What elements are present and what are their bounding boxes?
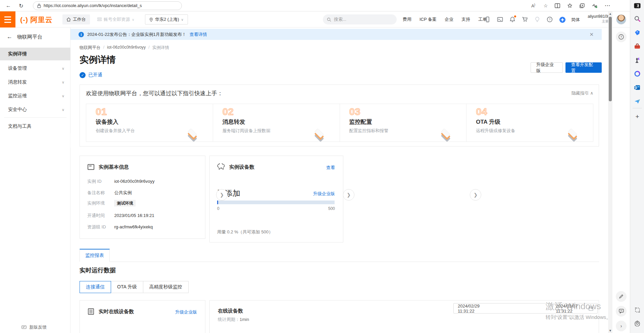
expand-float-button[interactable]: › [616,321,627,331]
lightbulb-icon[interactable] [534,16,540,22]
collections-icon[interactable] [580,3,586,8]
guide-card-message-forwarding[interactable]: 02 消息转发 服务端订阅设备上报数据 [213,104,340,142]
guide-card-ota-upgrade[interactable]: 04 OTA 升级 远程升级或修复设备 [466,104,593,142]
sidebar-item-message-forwarding[interactable]: 消息转发 ∨ [0,76,70,89]
announcement-banner: i 2024-01-22发布公告：企业版实例1月新功能发布！ 查看详情 ✕ [70,29,602,40]
sidebar-search-icon[interactable] [633,15,641,23]
console-search-input[interactable]: 搜索... [323,14,397,24]
main-content: i 2024-01-22发布公告：企业版实例1月新功能发布！ 查看详情 ✕ 物联… [70,27,602,333]
sidebar-back[interactable]: ← 物联网平台 [7,34,42,40]
sidebar-toggle-icon[interactable] [633,2,641,10]
isometric-boxes-icon [566,129,580,141]
upgrade-enterprise-link[interactable]: 升级企业版 [313,191,335,197]
instance-basic-info-card: 实例基本信息 实例 ID iot-06z00c0h9r6voyy 备注名称 公共… [80,156,205,239]
hide-guide-link[interactable]: 隐藏指引 ∧ [572,90,593,96]
resources-icon [97,17,102,21]
topbar-link-icp[interactable]: ICP 备案 [419,16,437,22]
hamburger-menu-button[interactable] [0,11,15,27]
topbar-link-enterprise[interactable]: 企业 [445,16,453,22]
split-screen-icon[interactable] [555,3,561,8]
tab-ota-upgrade[interactable]: OTA 升级 [111,281,143,293]
usage-text: 用量 0.2 %（共可添加 500） [217,229,273,235]
scroll-up-arrow[interactable]: ▲ [608,11,612,16]
avatar[interactable] [616,14,626,24]
aliyun-logo[interactable]: (-) 阿里云 [20,15,53,24]
topbar-link-billing[interactable]: 费用 [403,16,411,22]
favorite-star-icon[interactable]: ☆ [542,3,549,8]
guide-step-number: 02 [222,107,340,117]
guide-next-arrow[interactable]: ❯ [470,189,481,201]
location-pin-icon [149,17,153,22]
back-icon[interactable]: ← [4,1,13,10]
snip-icon[interactable] [633,306,641,314]
aliyun-app-icon[interactable] [559,16,565,22]
sidebar-item-device-management[interactable]: 设备管理 ∨ [0,62,70,75]
notification-dot [514,15,516,17]
add-icon[interactable]: + [633,113,641,121]
scrollbar-thumb[interactable] [609,17,612,101]
drop-app-icon[interactable] [633,97,641,105]
breadcrumb-platform[interactable]: 物联网平台 [80,45,101,51]
refresh-icon[interactable]: ↻ [17,1,26,10]
info-row: 开通时间 2023/01/05 16:19:21 [87,212,154,219]
sidebar-item-instance-detail[interactable]: 实例详情 [0,48,70,60]
banner-close-icon[interactable]: ✕ [589,32,594,38]
cart-icon[interactable] [522,16,528,22]
guide-card-title: 消息转发 [222,118,340,126]
browser-essentials-icon[interactable] [592,3,599,8]
view-dev-config-button[interactable]: 查看开发配置 [565,62,602,73]
outlook-icon[interactable] [633,84,641,92]
help-float-button[interactable]: ? [616,32,627,42]
sidebar-product-title: 物联网平台 [17,34,42,40]
workspace-button[interactable]: 工作台 [62,14,90,24]
guide-card-monitoring-config[interactable]: 03 监控配置 配置监控指标和报警 [340,104,467,142]
sidebar-item-docs-tools[interactable]: 文档与工具 [0,120,70,133]
settings-gear-icon[interactable] [633,319,641,327]
sidebar-item-security-center[interactable]: 安全中心 ∨ [0,103,70,116]
edit-float-button[interactable] [616,291,627,302]
sidebar-item-monitoring-ops[interactable]: 监控运维 ∨ [0,90,70,102]
instance-device-count-card: 实例设备数 查看 已添加 升级企业版 0 500 用量 0.2 %（共可添加 5… [209,156,343,242]
scroll-down-arrow[interactable]: ▼ [608,328,612,333]
upgrade-enterprise-link[interactable]: 升级企业版 [175,309,197,315]
region-selector[interactable]: 华东2 (上海) ∨ [145,14,188,24]
shopping-tag-icon[interactable] [633,29,641,37]
address-bar[interactable]: https://iot.console.aliyun.com/lk/vpc/in… [33,1,182,10]
feedback-button[interactable]: 新版反馈 [21,324,47,330]
basic-info-title: 实例基本信息 [99,164,129,170]
browser-more-icon[interactable]: ··· [604,3,611,8]
terminal-icon[interactable] [497,16,503,22]
stat-period: 统计周期：1min [218,317,249,323]
url-text: https://iot.console.aliyun.com/lk/vpc/in… [44,3,142,8]
feedback-comment-float-button[interactable] [616,306,627,317]
date-range-picker[interactable]: 2024/02/29 11:31:22 - 2024/03/07 11:31:2… [453,303,598,314]
help-icon[interactable]: ? [547,16,553,22]
tab-monitoring-report[interactable]: 监控报表 [80,249,110,262]
chevron-down-icon: ∨ [62,94,64,98]
read-aloud-icon[interactable]: A) [530,3,537,8]
toolbox-icon[interactable] [633,42,641,50]
back-arrow-icon[interactable]: ← [7,34,12,40]
language-selector[interactable]: 简体 [571,17,580,23]
chevron-down-icon: ∨ [62,80,64,85]
mobile-app-icon[interactable] [485,16,491,22]
account-resources-selector[interactable]: 账号全部资源 ∨ [93,14,138,24]
favorites-bar-icon[interactable] [567,3,574,8]
page-scrollbar[interactable]: ▲ ▼ [608,11,612,333]
banner-detail-link[interactable]: 查看详情 [190,32,207,38]
breadcrumb-instance-id[interactable]: iot-06z00c0h9r6voyy [107,45,146,51]
upgrade-enterprise-button[interactable]: 升级企业版 [531,62,563,73]
calendar-icon[interactable] [589,306,593,311]
view-link[interactable]: 查看 [326,165,335,171]
guide-next-arrow[interactable]: ❯ [343,189,354,201]
guide-card-device-access[interactable]: 01 设备接入 创建设备并接入平台 [86,104,213,142]
tab-connection-comm[interactable]: 连接通信 [80,281,111,293]
m365-copilot-icon[interactable] [633,70,641,78]
realtime-online-title: 实时在线设备数 [99,309,134,315]
games-icon[interactable] [633,56,641,64]
guide-step-number: 01 [96,107,213,117]
notification-bell-icon[interactable] [509,16,515,22]
guide-next-arrow[interactable]: ❯ [216,189,228,201]
topbar-link-support[interactable]: 支持 [461,16,470,22]
tab-high-precision-monitoring[interactable]: 高精度秒级监控 [143,281,189,293]
